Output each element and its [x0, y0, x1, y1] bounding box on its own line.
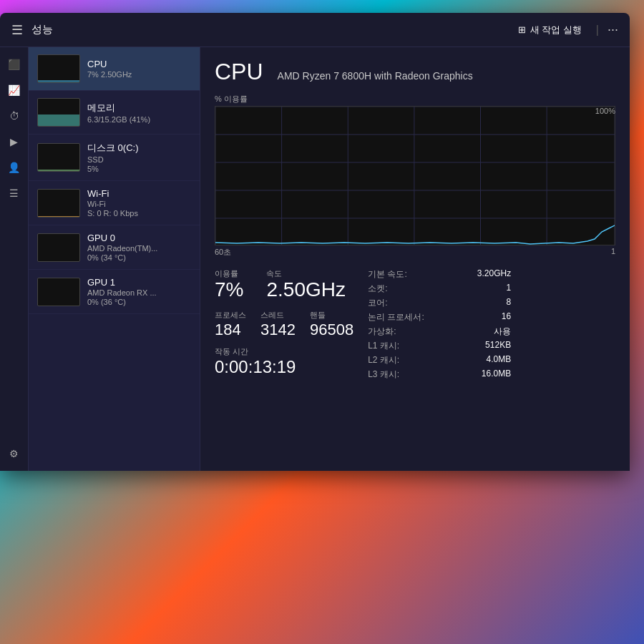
cpu-thumbnail: [37, 54, 80, 83]
gpu1-sub2: 0% (36 °C): [87, 298, 191, 306]
wifi-sub2: S: 0 R: 0 Kbps: [87, 209, 191, 218]
new-task-button[interactable]: ⊞ 새 작업 실행: [512, 21, 587, 39]
gpu0-thumbnail: [37, 233, 80, 262]
info-key-l3: L3 캐시:: [368, 369, 399, 381]
device-item-gpu0[interactable]: GPU 0 AMD Radeon(TM)... 0% (34 °C): [29, 225, 200, 270]
process-value: 184: [215, 321, 246, 339]
sidebar-icon-history[interactable]: ⏱: [3, 104, 26, 127]
cpu-name: CPU: [87, 59, 191, 69]
speed-value: 2.50GHz: [266, 279, 346, 301]
disk-sub2: 5%: [87, 165, 191, 173]
memory-thumbnail: [37, 98, 80, 127]
info-key-l1: L1 캐시:: [368, 340, 399, 352]
gpu0-sub1: AMD Radeon(TM)...: [87, 244, 191, 253]
info-key-socket: 소켓:: [368, 283, 387, 295]
disk-info: 디스크 0(C:) SSD 5%: [87, 142, 191, 173]
info-val-basespeed: 3.20GHz: [477, 268, 511, 280]
uptime-label: 작동 시간: [215, 346, 353, 357]
cpu-sub: 7% 2.50GHz: [87, 70, 191, 79]
device-item-gpu1[interactable]: GPU 1 AMD Radeon RX ... 0% (36 °C): [29, 270, 200, 314]
wifi-name: Wi-Fi: [87, 188, 191, 199]
handle-block: 핸들 96508: [310, 310, 353, 339]
sidebar-icon-settings[interactable]: ⚙: [3, 442, 26, 465]
info-row-logical: 논리 프로세서: 16: [368, 311, 511, 323]
uptime-block: 작동 시간 0:00:13:19: [215, 346, 353, 377]
info-row-l3: L3 캐시: 16.0MB: [368, 369, 511, 381]
disk-sub1: SSD: [87, 155, 191, 164]
info-row-core: 코어: 8: [368, 297, 511, 309]
process-label: 프로세스: [215, 310, 246, 321]
cpu-graph: [215, 106, 615, 245]
main-content: ⬛ 📈 ⏱ ▶ 👤 ☰ ⚙ CPU 7% 2.50GHz: [0, 47, 630, 471]
info-row-l2: L2 캐시: 4.0MB: [368, 354, 511, 366]
gpu0-info: GPU 0 AMD Radeon(TM)... 0% (34 °C): [87, 233, 191, 262]
handle-label: 핸들: [310, 310, 353, 321]
speed-label: 속도: [266, 268, 346, 279]
titlebar-right: ⊞ 새 작업 실행 | ···: [512, 21, 618, 39]
graph-time-end: 1: [611, 247, 615, 258]
info-val-core: 8: [506, 297, 511, 309]
gpu1-name: GPU 1: [87, 277, 191, 288]
speed-block: 속도 2.50GHz: [266, 268, 346, 301]
info-row-l1: L1 캐시: 512KB: [368, 340, 511, 352]
info-row-virt: 가상화: 사용: [368, 326, 511, 338]
titlebar: ☰ 성능 ⊞ 새 작업 실행 | ···: [0, 13, 630, 47]
bottom-area: 이용률 7% 속도 2.50GHz 프로세스 184: [215, 268, 615, 381]
sidebar-icon-users[interactable]: 👤: [3, 156, 26, 179]
detail-title: CPU: [215, 59, 263, 85]
usage-block: 이용률 7%: [215, 268, 243, 301]
right-info-panel: 기본 속도: 3.20GHz 소켓: 1 코어: 8 논리 프로세서: 16: [368, 268, 511, 381]
thread-block: 스레드 3142: [260, 310, 296, 339]
sidebar-icon-details[interactable]: ☰: [3, 182, 26, 205]
usage-value: 7%: [215, 279, 243, 301]
uptime-value: 0:00:13:19: [215, 357, 353, 377]
new-task-label: 새 작업 실행: [530, 24, 582, 36]
app-title: 성능: [31, 23, 53, 36]
task-manager-window: ☰ 성능 ⊞ 새 작업 실행 | ··· ⬛ 📈 ⏱ ▶ 👤 ☰ ⚙: [0, 13, 630, 471]
usage-label: 이용률: [215, 268, 243, 279]
hamburger-icon[interactable]: ☰: [11, 22, 23, 38]
sidebar-icons: ⬛ 📈 ⏱ ▶ 👤 ☰ ⚙: [0, 47, 29, 471]
disk-thumbnail: [37, 143, 80, 172]
info-key-logical: 논리 프로세서:: [368, 311, 424, 323]
device-item-wifi[interactable]: Wi-Fi Wi-Fi S: 0 R: 0 Kbps: [29, 181, 200, 225]
info-val-virt: 사용: [494, 326, 511, 338]
thread-label: 스레드: [260, 310, 296, 321]
info-row-basespeed: 기본 속도: 3.20GHz: [368, 268, 511, 280]
sidebar-icon-performance[interactable]: ⬛: [3, 53, 26, 76]
disk-name: 디스크 0(C:): [87, 142, 191, 155]
memory-name: 메모리: [87, 102, 191, 114]
handle-value: 96508: [310, 321, 353, 339]
info-key-basespeed: 기본 속도:: [368, 268, 407, 280]
info-row-socket: 소켓: 1: [368, 283, 511, 295]
info-key-virt: 가상화:: [368, 326, 396, 338]
sidebar-icon-resource[interactable]: 📈: [3, 79, 26, 102]
device-item-memory[interactable]: 메모리 6.3/15.2GB (41%): [29, 91, 200, 135]
detail-header: CPU AMD Ryzen 7 6800H with Radeon Graphi…: [215, 59, 615, 85]
wifi-info: Wi-Fi Wi-Fi S: 0 R: 0 Kbps: [87, 188, 191, 218]
graph-100pct: 100%: [595, 107, 615, 115]
cpu-info: CPU 7% 2.50GHz: [87, 59, 191, 79]
new-task-icon: ⊞: [518, 24, 526, 35]
info-val-l1: 512KB: [485, 340, 511, 352]
wifi-sub1: Wi-Fi: [87, 200, 191, 208]
memory-info: 메모리 6.3/15.2GB (41%): [87, 102, 191, 124]
info-key-core: 코어:: [368, 297, 387, 309]
graph-time-start: 60초: [215, 247, 231, 258]
gpu1-thumbnail: [37, 278, 80, 306]
gpu1-sub1: AMD Radeon RX ...: [87, 288, 191, 297]
info-val-socket: 1: [506, 283, 511, 295]
detail-subtitle: AMD Ryzen 7 6800H with Radeon Graphics: [278, 70, 473, 82]
thread-value: 3142: [260, 321, 296, 339]
process-block: 프로세스 184: [215, 310, 246, 339]
more-options-button[interactable]: ···: [608, 22, 618, 37]
info-val-logical: 16: [502, 311, 511, 323]
sidebar-icon-startup[interactable]: ▶: [3, 130, 26, 153]
device-item-disk[interactable]: 디스크 0(C:) SSD 5%: [29, 135, 200, 181]
info-val-l3: 16.0MB: [482, 369, 511, 381]
detail-panel: CPU AMD Ryzen 7 6800H with Radeon Graphi…: [200, 47, 630, 471]
graph-y-label: % 이용률: [215, 94, 615, 104]
memory-sub: 6.3/15.2GB (41%): [87, 115, 191, 124]
gpu1-info: GPU 1 AMD Radeon RX ... 0% (36 °C): [87, 277, 191, 306]
device-item-cpu[interactable]: CPU 7% 2.50GHz: [29, 47, 200, 91]
